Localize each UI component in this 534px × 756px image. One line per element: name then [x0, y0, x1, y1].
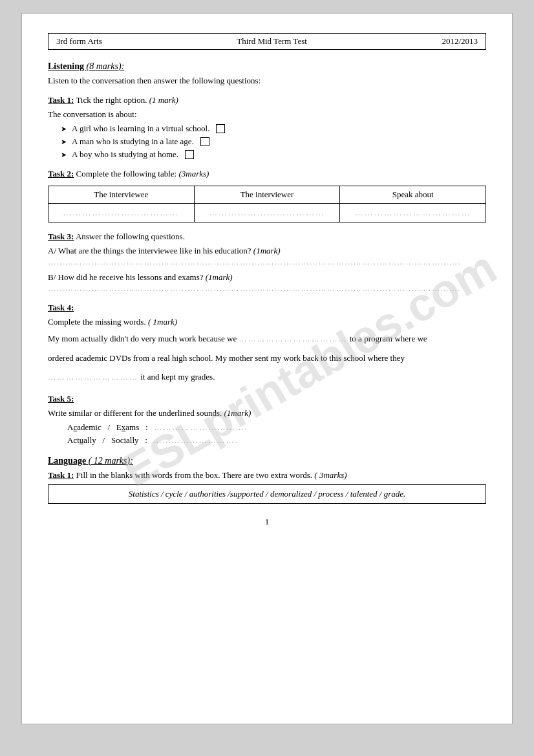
task3-qb-line: B/ How did he receive his lessons and ex…	[48, 272, 486, 283]
task1-label: Task 1:	[48, 95, 74, 105]
option-3: A boy who is studying at home.	[61, 149, 486, 160]
task2-label: Task 2:	[48, 169, 74, 178]
task3-qb-text: How did he receive his lessons and exams…	[58, 272, 204, 282]
task3-qa-marks: (1mark)	[253, 246, 281, 255]
pair1-word2-rest: ams	[125, 422, 139, 432]
col-interviewer: The interviewer	[194, 186, 340, 204]
pair2-dots: ……………………….	[154, 436, 239, 445]
words-box: Statistics / cycle / authorities /suppor…	[48, 484, 486, 504]
task3-text: Answer the following questions.	[76, 232, 185, 241]
task5-label: Task 5:	[48, 394, 74, 404]
task3-qa-label: A/	[48, 246, 56, 255]
header-left: 3rd form Arts	[56, 36, 102, 47]
task2-table: The interviewee The interviewer Speak ab…	[48, 186, 486, 222]
header-box: 3rd form Arts Third Mid Term Test 2012/2…	[48, 33, 486, 50]
task5-section: Task 5: Write similar or different for t…	[48, 394, 486, 446]
task4-label: Task 4:	[48, 303, 74, 312]
listening-instruction: Listen to the conversation then answer t…	[48, 76, 486, 86]
pair2-word2: Socially	[111, 435, 139, 445]
task2-marks: (3marks)	[178, 169, 209, 178]
cell-speak: ………………………………	[340, 204, 486, 222]
checkbox-1[interactable]	[216, 124, 225, 133]
task3-label-line: Task 3: Answer the following questions.	[48, 232, 486, 242]
task4-label-line: Task 4:	[48, 303, 486, 313]
task4-text3: ordered academic DVDs from a real high s…	[48, 353, 405, 363]
task1-label-line: Task 1: Tick the right option. (1 mark)	[48, 95, 486, 105]
task3-qb-marks: (1mark)	[206, 272, 233, 282]
task4-dots1: ………………………………	[239, 334, 348, 343]
page-number: 1	[48, 517, 486, 527]
task3-section: Task 3: Answer the following questions. …	[48, 232, 486, 294]
task3-label: Task 3:	[48, 232, 74, 241]
task3-qb-answer: ……………………………………………………………………………………………………………	[48, 284, 486, 294]
option-1: A girl who is learning in a virtual scho…	[61, 124, 486, 134]
pair1-dots: ………………………….	[154, 423, 248, 432]
task2-text: Complete the following table:	[76, 169, 177, 178]
col-interviewee: The interviewee	[48, 186, 195, 204]
task3-qa-line: A/ What are the things the interviewee l…	[48, 246, 486, 256]
task4-text2: to a program where we	[350, 334, 427, 343]
pair1-sep: /	[107, 422, 110, 432]
pair1-word1-rest: ademic	[77, 422, 101, 432]
cell-interviewee: ………………………………	[48, 204, 195, 222]
task4-text-block3: ………………………… it and kept my grades.	[48, 369, 486, 385]
task5-label-line: Task 5:	[48, 394, 486, 404]
option-3-text: A boy who is studying at home.	[72, 149, 178, 160]
cell-interviewer: ………………………………	[194, 204, 340, 222]
task5-marks: (1mark)	[224, 408, 251, 418]
task2-section: Task 2: Complete the following table: (3…	[48, 169, 486, 222]
task1-text: Tick the right option.	[76, 95, 147, 105]
task5-instruction: Write similar or different for the under…	[48, 408, 222, 418]
header-right: 2012/2013	[442, 36, 478, 47]
task5-pair1: Academic / Exams : ………………………….	[67, 422, 486, 433]
header-center: Third Mid Term Test	[237, 36, 307, 47]
pair2-word1-rest: ally	[83, 435, 96, 445]
language-task1-marks: ( 3marks)	[314, 470, 347, 480]
checkbox-2[interactable]	[200, 137, 209, 146]
task4-section: Task 4: Complete the missing words. ( 1m…	[48, 303, 486, 385]
task4-marks: ( 1mark)	[148, 317, 177, 327]
col-speak: Speak about	[340, 186, 486, 204]
option-2: A man who is studying in a late age.	[61, 136, 486, 147]
language-task1-text: Fill in the blanks with words from the b…	[76, 470, 313, 480]
pair2-word1-pre: Act	[67, 435, 80, 445]
task4-subtitle-line: Complete the missing words. ( 1mark)	[48, 317, 486, 327]
listening-title: Listening (8 marks):	[48, 61, 486, 72]
language-task1-line: Task 1: Fill in the blanks with words fr…	[48, 470, 486, 481]
task5-pair2: Actually / Socially : ……………………….	[67, 435, 486, 446]
task4-text-block2: ordered academic DVDs from a real high s…	[48, 351, 486, 365]
task4-text4: it and kept my grades.	[140, 372, 215, 382]
task5-instruction-line: Write similar or different for the under…	[48, 408, 486, 418]
task3-qa-answer: ……………………………………………………………………………………………………………	[48, 257, 486, 267]
task1-marks: (1 mark)	[149, 95, 178, 105]
language-section: Language ( 12 marks): Task 1: Fill in th…	[48, 456, 486, 504]
table-header-row: The interviewee The interviewer Speak ab…	[48, 186, 486, 204]
pair1-word1-pre: A	[67, 422, 73, 432]
task4-text1: My mom actually didn't do very much work…	[48, 334, 237, 343]
pair2-sep: /	[103, 435, 105, 445]
task4-subtitle: Complete the missing words.	[48, 317, 146, 327]
task3-qa-text: What are the things the interviewee like…	[58, 246, 251, 255]
task1-conversation: The conversation is about:	[48, 109, 486, 120]
table-row: ……………………………… ……………………………… ………………………………	[48, 204, 486, 222]
task2-table-wrapper: The interviewee The interviewer Speak ab…	[48, 186, 486, 222]
checkbox-3[interactable]	[185, 150, 194, 159]
option-2-text: A man who is studying in a late age.	[72, 136, 194, 147]
task2-label-line: Task 2: Complete the following table: (3…	[48, 169, 486, 179]
language-title: Language ( 12 marks):	[48, 456, 486, 466]
page: ESLprintables.com 3rd form Arts Third Mi…	[21, 13, 513, 724]
language-task1-label: Task 1:	[48, 470, 74, 480]
task1-section: Task 1: Tick the right option. (1 mark) …	[48, 95, 486, 160]
task4-dots2: …………………………	[48, 373, 138, 382]
task4-text-block: My mom actually didn't do very much work…	[48, 331, 486, 347]
option-1-text: A girl who is learning in a virtual scho…	[72, 124, 209, 134]
task1-options: A girl who is learning in a virtual scho…	[48, 124, 486, 160]
task3-qb-label: B/	[48, 272, 56, 282]
pair1-word2-pre: E	[116, 422, 122, 432]
